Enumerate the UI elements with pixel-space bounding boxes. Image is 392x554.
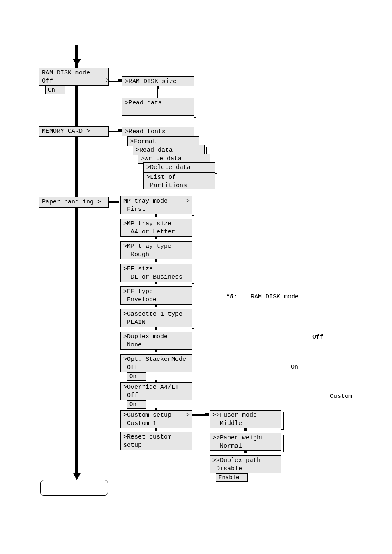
conn-sq [205,413,209,416]
conn-sq [118,79,122,82]
mc-read-fonts: >Read fonts [122,127,194,136]
ef-size: >EF size DL or Business [120,264,192,282]
paper-weight: >>Paper weight Normal [210,433,281,451]
mp-tray-mode: MP tray mode > First [120,196,192,214]
duplex-enable: Enable [216,473,248,482]
override-box: >Override A4/LT Off [120,382,192,400]
stacker-on: On [127,372,146,381]
cassette-type: >Cassette 1 type PLAIN [120,309,192,327]
conn [109,81,119,82]
reset-custom: >Reset custom setup [120,432,192,450]
t: >>Paper weight Normal [212,434,264,450]
mp-tray-type: >MP tray type Rough [120,241,192,259]
t: >Reset custom setup [123,434,171,449]
t: >Custom setup > Custom 1 [123,412,190,427]
conn [109,201,119,203]
conn [157,89,158,98]
ram-disk-box: RAM DISK mode Off [39,68,109,86]
stacker-mode: >Opt. StackerMode Off [120,354,192,372]
t: >MP tray type Rough [123,243,171,258]
t: >Override A4/LT Off [123,384,179,399]
tick [155,327,157,330]
t: >EF type Envelope [123,288,157,303]
t: >EF size DL or Business [123,265,182,281]
tick [155,214,157,217]
ef-type: >EF type Envelope [120,286,192,305]
conn [109,131,119,132]
mc-list: >List of Partitions [143,172,215,189]
t: >MP tray size A4 or Letter [123,220,175,235]
tick [244,451,247,453]
ram-read-data: >Read data [122,98,194,116]
tick [155,428,157,431]
tick [244,428,247,431]
fuser-mode: >>Fuser mode Middle [210,410,281,428]
ram-disk-title: RAM DISK mode [42,69,90,76]
note-on: On [291,364,298,371]
t: MP tray mode > First [123,198,190,213]
custom-setup: >Custom setup > Custom 1 [120,410,192,428]
duplex-path: >>Duplex path Disable [210,455,281,473]
mc-list-text: >List of Partitions [146,174,187,189]
ram-disk-on: On [45,86,65,94]
note-star: *5: [226,293,237,300]
memory-card-box: MEMORY CARD > [39,126,109,137]
mc-delete: >Delete data [143,162,215,172]
note-custom: Custom [330,393,352,400]
tick [155,350,157,352]
paper-handling-box: Paper handling > [39,197,109,208]
t: >>Duplex path Disable [212,457,261,472]
t: >>Fuser mode Middle [212,412,257,427]
tick [155,259,157,262]
note-ram: RAM DISK mode [251,293,299,300]
tick [155,237,157,239]
conn-sq [118,129,122,132]
t: >Opt. StackerMode Off [123,356,186,371]
conn [192,414,207,416]
tick [155,282,157,284]
spine-arrow-top [73,59,81,66]
ram-disk-off: Off [42,78,53,85]
spine-line [75,45,78,477]
note-off: Off [312,334,323,341]
spine-arrow-bottom [73,473,81,480]
ram-disk-size: >RAM DISK size [122,76,194,86]
mp-tray-size: >MP tray size A4 or Letter [120,219,192,237]
continuation-box [40,480,108,496]
override-on: On [127,400,146,409]
t: >Cassette 1 type PLAIN [123,311,182,326]
t: >Duplex mode None [123,333,168,349]
tick [155,305,157,307]
duplex-mode: >Duplex mode None [120,332,192,350]
